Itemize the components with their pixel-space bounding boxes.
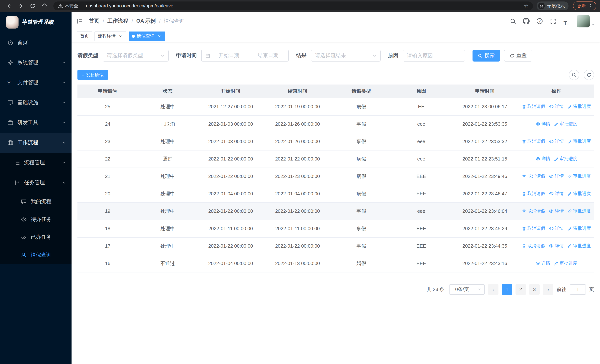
sidebar-item-leave-query[interactable]: 请假查询 <box>0 246 72 264</box>
chevron-down-icon <box>62 101 66 104</box>
date-range-picker[interactable]: 开始日期 - 结束日期 <box>201 50 289 62</box>
breadcrumb-home[interactable]: 首页 <box>89 18 99 24</box>
font-size-icon[interactable]: TT <box>562 16 571 26</box>
cell-reason: EEE <box>392 185 451 202</box>
detail-action-link[interactable]: 详情 <box>549 103 564 110</box>
cell-status: 处理中 <box>138 220 197 237</box>
sidebar-item-process-mgmt[interactable]: 流程管理 <box>0 153 72 173</box>
breadcrumb-workflow[interactable]: 工作流程 <box>107 18 128 24</box>
approval-progress-action-link[interactable]: 审批进度 <box>554 156 577 162</box>
cancel-leave-action-link[interactable]: 取消请假 <box>522 191 545 197</box>
approval-progress-action-link[interactable]: 审批进度 <box>567 225 591 232</box>
not-secure-badge[interactable]: 不安全 <box>58 3 78 9</box>
close-icon[interactable] <box>157 34 162 39</box>
detail-action-link[interactable]: 详情 <box>549 190 564 197</box>
sidebar-item-infra[interactable]: 基础设施 <box>0 93 72 113</box>
browser-update-chip[interactable]: 更新 ⋮ <box>573 1 596 10</box>
cell-reason: EEE <box>392 168 451 185</box>
page-button-1[interactable]: 1 <box>502 284 512 295</box>
start-date-placeholder[interactable]: 开始日期 <box>212 52 245 59</box>
detail-action-link[interactable]: 详情 <box>535 156 550 162</box>
sidebar-item-my-process[interactable]: 我的流程 <box>0 193 72 211</box>
cancel-leave-action-link[interactable]: 取消请假 <box>522 208 545 214</box>
incognito-icon <box>538 3 545 9</box>
close-icon[interactable] <box>118 34 123 39</box>
cell-id: 25 <box>77 98 138 115</box>
search-icon[interactable] <box>508 16 518 26</box>
cell-start-time: 2022-01-22 00:00:00 <box>197 168 264 185</box>
approval-progress-action-link[interactable]: 审批进度 <box>567 243 591 249</box>
toggle-search-button[interactable] <box>569 70 579 80</box>
sidebar-item-devtools[interactable]: 研发工具 <box>0 113 72 133</box>
help-icon[interactable]: ? <box>535 16 544 26</box>
user-menu[interactable] <box>577 15 595 28</box>
prev-page-button[interactable]: ‹ <box>488 284 498 295</box>
page-size-select[interactable]: 10条/页 <box>449 284 485 295</box>
detail-action-link[interactable]: 详情 <box>549 138 564 144</box>
cancel-leave-action-link[interactable]: 取消请假 <box>522 138 545 145</box>
approval-progress-action-link[interactable]: 审批进度 <box>567 191 591 197</box>
sidebar-item-todo-tasks[interactable]: 待办任务 <box>0 211 72 228</box>
detail-action-link[interactable]: 详情 <box>535 121 550 127</box>
sidebar-item-home[interactable]: 首页 <box>0 33 72 53</box>
cell-status: 处理中 <box>138 237 197 255</box>
next-page-button[interactable]: › <box>543 284 553 295</box>
refresh-table-button[interactable] <box>584 70 594 80</box>
list-icon <box>14 160 20 166</box>
filter-form: 请假类型 请选择请假类型 申请时间 开始日期 - 结束日期 结果 <box>77 50 594 62</box>
sidebar-collapse-icon[interactable] <box>77 18 83 24</box>
column-id: 申请编号 <box>77 84 138 98</box>
bookmark-star-icon[interactable]: ☆ <box>524 3 528 9</box>
detail-action-link[interactable]: 详情 <box>535 260 550 266</box>
user-avatar[interactable] <box>577 15 590 28</box>
approval-progress-action-link[interactable]: 审批进度 <box>567 173 591 179</box>
browser-home-icon[interactable] <box>39 1 50 11</box>
browser-menu-icon[interactable]: ⋮ <box>588 3 593 8</box>
sidebar-item-system[interactable]: 系统管理 <box>0 53 72 73</box>
sidebar-item-payment[interactable]: ¥ 支付管理 <box>0 73 72 93</box>
gear-icon <box>7 60 13 65</box>
cancel-leave-action-link[interactable]: 取消请假 <box>522 103 545 110</box>
goto-page-input[interactable] <box>570 284 586 295</box>
tab-leave-query[interactable]: 请假查询 <box>129 31 165 41</box>
tab-home[interactable]: 首页 <box>77 31 92 41</box>
cancel-leave-action-link[interactable]: 取消请假 <box>522 225 545 232</box>
cancel-leave-action-link[interactable]: 取消请假 <box>522 243 545 249</box>
reset-button[interactable]: 重置 <box>504 50 532 62</box>
detail-action-link[interactable]: 详情 <box>549 243 564 249</box>
detail-action-link[interactable]: 详情 <box>549 173 564 179</box>
sidebar-item-workflow[interactable]: 工作流程 <box>0 133 72 153</box>
table-row: 21处理中2022-01-22 00:00:002022-01-23 00:00… <box>77 168 594 185</box>
column-start-time: 开始时间 <box>197 84 264 98</box>
approval-progress-action-link[interactable]: 审批进度 <box>567 138 591 145</box>
fullscreen-icon[interactable] <box>548 16 558 26</box>
end-date-placeholder[interactable]: 结束日期 <box>252 52 285 59</box>
url-text[interactable]: dashboard.yudao.iocoder.cn/bpm/oa/leave <box>86 3 524 9</box>
breadcrumb-oa-example[interactable]: OA 示例 <box>136 18 156 24</box>
cancel-leave-action-link[interactable]: 取消请假 <box>522 173 545 179</box>
tab-process-detail[interactable]: 流程详情 <box>94 31 126 41</box>
result-select[interactable]: 请选择流结果 <box>311 50 381 62</box>
address-bar[interactable]: 不安全 dashboard.yudao.iocoder.cn/bpm/oa/le… <box>53 1 533 10</box>
approval-progress-action-link[interactable]: 审批进度 <box>554 260 577 267</box>
search-button[interactable]: 搜索 <box>472 50 500 62</box>
sidebar-item-task-mgmt[interactable]: 任务管理 <box>0 173 72 193</box>
page-button-2[interactable]: 2 <box>516 284 526 295</box>
approval-progress-action-link[interactable]: 审批进度 <box>567 208 591 214</box>
update-label[interactable]: 更新 <box>577 3 586 9</box>
page-button-3[interactable]: 3 <box>529 284 540 295</box>
browser-refresh-icon[interactable] <box>28 1 38 11</box>
detail-action-link[interactable]: 详情 <box>549 225 564 232</box>
approval-progress-action-link[interactable]: 审批进度 <box>567 103 591 110</box>
browser-back-icon[interactable] <box>4 1 14 11</box>
reason-input[interactable] <box>403 50 465 62</box>
flag-icon <box>14 180 20 186</box>
github-icon[interactable] <box>521 16 531 26</box>
leave-type-select[interactable]: 请选择请假类型 <box>103 50 169 62</box>
detail-action-link[interactable]: 详情 <box>549 208 564 214</box>
browser-forward-icon[interactable] <box>16 1 26 11</box>
breadcrumb-current: 请假查询 <box>164 18 185 24</box>
create-leave-button[interactable]: + 发起请假 <box>77 70 108 80</box>
approval-progress-action-link[interactable]: 审批进度 <box>554 121 577 127</box>
sidebar-item-done-tasks[interactable]: 已办任务 <box>0 228 72 246</box>
